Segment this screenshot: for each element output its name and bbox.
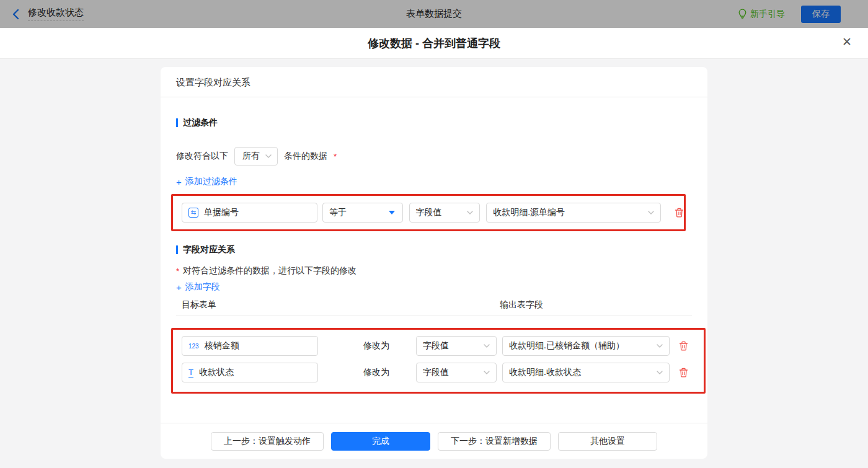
- chevron-down-icon: [648, 211, 654, 214]
- save-button[interactable]: 保存: [801, 6, 841, 23]
- output-field-value: 收款明细.已核销金额（辅助）: [509, 340, 624, 351]
- value-type-value: 字段值: [423, 340, 449, 351]
- filter-value-text: 收款明细.源单编号: [493, 207, 565, 218]
- match-mode-select[interactable]: 所有: [234, 147, 278, 166]
- output-field-select[interactable]: 收款明细.已核销金额（辅助）: [502, 336, 670, 356]
- filter-section-label: 过滤条件: [183, 117, 218, 128]
- section-accent-bar: [176, 245, 178, 254]
- triangle-down-icon: [389, 211, 395, 214]
- section-accent-bar: [176, 118, 178, 127]
- chevron-down-icon: [657, 344, 663, 348]
- chevron-down-icon: [657, 371, 663, 374]
- required-asterisk: *: [176, 267, 179, 276]
- filter-field-box[interactable]: ⇆ 单据编号: [182, 203, 317, 223]
- lightbulb-icon: [738, 9, 747, 19]
- value-type-value: 字段值: [423, 367, 449, 378]
- filter-value-select[interactable]: 收款明细.源单编号: [486, 203, 661, 223]
- next-step-button[interactable]: 下一步：设置新增数据: [438, 432, 551, 451]
- trash-icon: [679, 341, 688, 351]
- card-title: 设置字段对应关系: [161, 67, 707, 97]
- mapping-section-label: 字段对应关系: [183, 244, 235, 255]
- value-type-select[interactable]: 字段值: [416, 336, 497, 356]
- delete-mapping-button[interactable]: [679, 368, 688, 377]
- match-suffix-text: 条件的数据: [284, 151, 327, 162]
- operator-select[interactable]: 等于: [322, 203, 403, 223]
- match-prefix-text: 修改符合以下: [176, 151, 228, 162]
- trash-icon: [675, 208, 684, 218]
- trash-icon: [679, 368, 688, 377]
- delete-mapping-button[interactable]: [679, 341, 688, 351]
- plus-icon: +: [176, 177, 182, 187]
- operator-value: 等于: [329, 207, 347, 218]
- match-mode-value: 所有: [242, 151, 260, 162]
- dialog-body: 设置字段对应关系 过滤条件 修改符合以下 所有 条件的数据 * +: [0, 59, 868, 468]
- output-field-value: 收款明细.收款状态: [509, 367, 581, 378]
- chevron-down-icon: [467, 211, 473, 214]
- delete-filter-button[interactable]: [675, 208, 684, 218]
- column-output-field: 输出表字段: [500, 299, 543, 311]
- serial-number-field-icon: ⇆: [188, 208, 198, 218]
- target-field-box[interactable]: T 收款状态: [182, 363, 318, 382]
- match-condition-row: 修改符合以下 所有 条件的数据 *: [176, 147, 692, 166]
- dialog-header: 修改数据 - 合并到普通字段 ✕: [0, 28, 868, 59]
- prev-step-button[interactable]: 上一步：设置触发动作: [211, 432, 324, 451]
- mapping-column-headers: 目标表单 输出表字段: [176, 299, 692, 316]
- dialog-footer: 上一步：设置触发动作 完成 下一步：设置新增数据 其他设置: [161, 423, 707, 459]
- number-field-icon: 123: [188, 343, 199, 350]
- mapping-rows-annotation: 123 核销金额 修改为 字段值 收款明细.已核销金额（辅助）: [171, 328, 706, 394]
- chevron-down-icon: [265, 154, 272, 158]
- target-field-label: 核销金额: [205, 340, 239, 351]
- chevron-down-icon: [484, 371, 490, 374]
- guide-label: 新手引导: [750, 9, 785, 20]
- target-field-label: 收款状态: [199, 367, 234, 378]
- filter-section-title: 过滤条件: [176, 117, 692, 128]
- settings-card: 设置字段对应关系 过滤条件 修改符合以下 所有 条件的数据 * +: [161, 67, 707, 459]
- close-icon[interactable]: ✕: [842, 36, 852, 48]
- output-field-select[interactable]: 收款明细.收款状态: [502, 363, 670, 382]
- beginner-guide-link[interactable]: 新手引导: [738, 9, 785, 20]
- filter-field-label: 单据编号: [204, 207, 239, 218]
- other-settings-button[interactable]: 其他设置: [558, 432, 657, 451]
- chevron-down-icon: [484, 344, 490, 348]
- filter-row-annotation: ⇆ 单据编号 等于 字段值 收款明细.源单编号: [171, 194, 686, 231]
- target-field-box[interactable]: 123 核销金额: [182, 336, 318, 356]
- mapping-description-text: 对符合过滤条件的数据，进行以下字段的修改: [183, 265, 356, 276]
- value-type-select[interactable]: 字段值: [409, 203, 480, 223]
- modify-to-label: 修改为: [363, 340, 399, 351]
- mapping-section-title: 字段对应关系: [176, 244, 692, 255]
- text-field-icon: T: [188, 368, 193, 377]
- add-field-label: 添加字段: [185, 281, 220, 293]
- plus-icon: +: [176, 282, 182, 293]
- done-button[interactable]: 完成: [331, 432, 430, 451]
- top-toolbar: 修改收款状态 表单数据提交 新手引导 保存: [0, 0, 868, 28]
- add-filter-condition-label: 添加过滤条件: [185, 176, 237, 187]
- dialog-title: 修改数据 - 合并到普通字段: [368, 36, 500, 51]
- required-asterisk: *: [334, 152, 337, 161]
- mapping-description: * 对符合过滤条件的数据，进行以下字段的修改: [176, 265, 692, 276]
- value-type-value: 字段值: [416, 207, 442, 218]
- mapping-row: 123 核销金额 修改为 字段值 收款明细.已核销金额（辅助）: [182, 336, 704, 356]
- add-field-link[interactable]: + 添加字段: [176, 281, 220, 293]
- filter-condition-row: ⇆ 单据编号 等于 字段值 收款明细.源单编号: [182, 203, 684, 223]
- value-type-select[interactable]: 字段值: [416, 363, 497, 382]
- modify-to-label: 修改为: [363, 367, 399, 378]
- column-target-form: 目标表单: [182, 299, 216, 311]
- mapping-row: T 收款状态 修改为 字段值 收款明细.收款状态: [182, 363, 704, 382]
- add-filter-condition-link[interactable]: + 添加过滤条件: [176, 176, 237, 187]
